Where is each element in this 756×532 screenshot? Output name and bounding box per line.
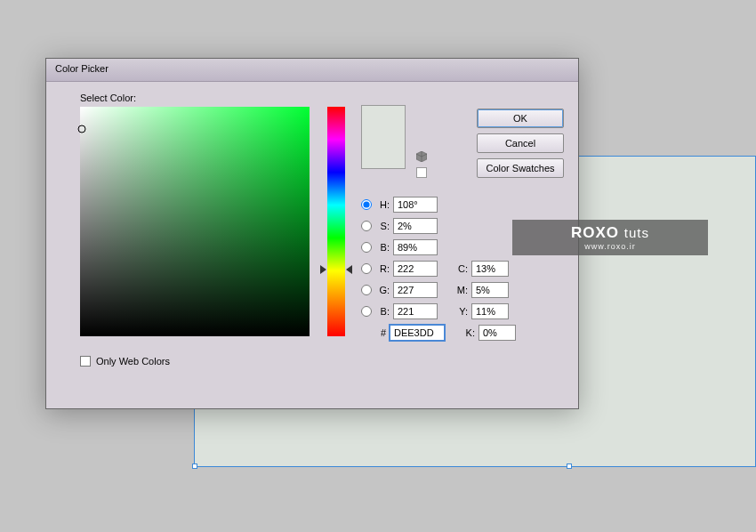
red-radio[interactable] xyxy=(361,263,372,274)
h-label: H: xyxy=(375,199,390,210)
hash-label: # xyxy=(375,327,386,338)
hex-input[interactable] xyxy=(390,325,445,341)
dialog-title: Color Picker xyxy=(55,63,109,74)
r-label: R: xyxy=(375,263,390,274)
cancel-button[interactable]: Cancel xyxy=(477,133,564,153)
hue-slider[interactable] xyxy=(327,107,345,336)
dialog-titlebar[interactable]: Color Picker xyxy=(46,59,578,82)
hue-input[interactable] xyxy=(393,197,438,213)
ok-button[interactable]: OK xyxy=(477,109,564,128)
y-label: Y: xyxy=(454,306,468,317)
hue-slider-wrap xyxy=(327,107,345,336)
cyan-input[interactable] xyxy=(471,261,509,277)
green-input[interactable] xyxy=(393,282,438,298)
blue-radio[interactable] xyxy=(361,306,372,317)
green-radio[interactable] xyxy=(361,285,372,295)
s-label: S: xyxy=(375,221,390,231)
black-input[interactable] xyxy=(479,325,516,341)
color-swatch-preview[interactable] xyxy=(361,105,406,169)
yellow-input[interactable] xyxy=(471,303,509,319)
brightness-radio[interactable] xyxy=(361,242,372,253)
saturation-input[interactable] xyxy=(393,218,438,234)
saturation-value-field[interactable] xyxy=(80,107,310,336)
resize-handle-s[interactable] xyxy=(567,463,572,469)
only-web-colors-checkbox[interactable] xyxy=(80,356,91,367)
brightness-input[interactable] xyxy=(393,239,438,255)
resize-handle-sw[interactable] xyxy=(192,463,197,469)
g-label: G: xyxy=(375,285,390,295)
sv-marker[interactable] xyxy=(78,125,86,133)
c-label: C: xyxy=(454,263,468,274)
cube-3d-icon xyxy=(416,151,427,162)
m-label: M: xyxy=(454,285,468,295)
bv-label: B: xyxy=(375,306,390,317)
out-of-gamut-swatch[interactable] xyxy=(416,167,427,178)
only-web-colors-label: Only Web Colors xyxy=(96,356,170,367)
hue-indicator-icon xyxy=(320,265,326,274)
blue-input[interactable] xyxy=(393,303,438,319)
hue-indicator-icon xyxy=(346,265,352,274)
select-color-label: Select Color: xyxy=(80,93,564,103)
saturation-radio[interactable] xyxy=(361,221,372,231)
roxo-watermark: ROXO tuts www.roxo.ir xyxy=(512,220,708,255)
red-input[interactable] xyxy=(393,261,438,277)
hue-radio[interactable] xyxy=(361,199,372,210)
color-picker-dialog: Color Picker Select Color: xyxy=(45,58,579,409)
magenta-input[interactable] xyxy=(471,282,509,298)
color-swatches-button[interactable]: Color Swatches xyxy=(477,158,564,178)
k-label: K: xyxy=(461,327,475,338)
b-label: B: xyxy=(375,242,390,253)
